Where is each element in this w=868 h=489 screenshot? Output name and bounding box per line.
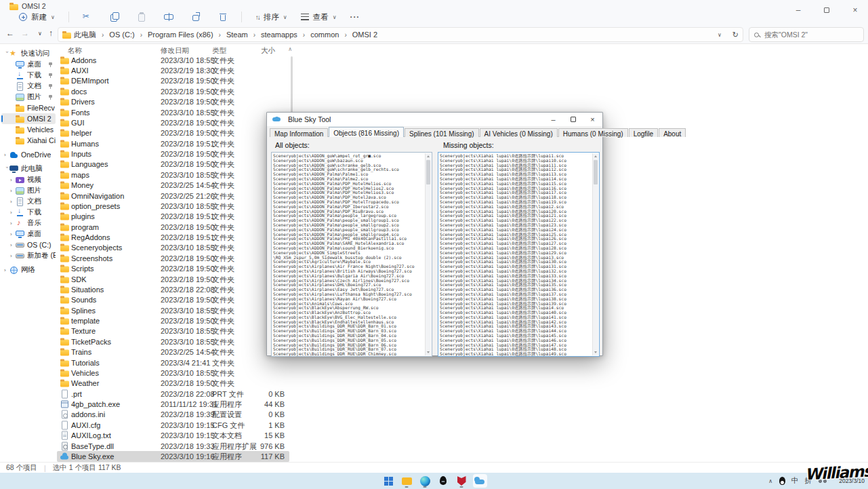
.prt[interactable]: .prt 2023/2/18 22:08 PRT 文件 0 KB: [57, 389, 289, 399]
TicketPacks[interactable]: TicketPacks 2023/3/10 18:55 文件夹: [57, 336, 289, 347]
plugins[interactable]: plugins 2023/2/18 19:51 文件夹: [57, 212, 289, 222]
sidebar-omsi2[interactable]: OMSI 2: [1, 113, 56, 124]
sidebar-videos[interactable]: › 视频: [1, 174, 56, 185]
taskbar-alienware-icon[interactable]: [436, 474, 451, 488]
option_presets[interactable]: option_presets 2023/3/10 18:55 文件夹: [57, 201, 289, 211]
breadcrumb-segment[interactable]: OMSI 2: [352, 31, 377, 39]
tab-ai-vehicles[interactable]: AI Vehicles (0 Missing): [480, 128, 558, 137]
up-button[interactable]: ↑: [45, 28, 57, 38]
Humans[interactable]: Humans 2023/2/18 19:51 文件夹: [57, 138, 289, 149]
Weather[interactable]: Weather 2023/2/18 19:50 文件夹: [57, 378, 289, 389]
tree-chevron-icon[interactable]: ›: [10, 220, 16, 227]
Splines[interactable]: Splines 2023/3/10 18:55 文件夹: [57, 305, 289, 315]
column-header-type[interactable]: 类型: [212, 46, 226, 56]
restore-button[interactable]: [821, 5, 833, 15]
sidebar-music[interactable]: › 音乐: [1, 218, 56, 229]
tab-splines[interactable]: Splines (101 Missing): [405, 128, 479, 137]
close-button[interactable]: ×: [849, 5, 861, 15]
delete-button[interactable]: [218, 12, 228, 22]
breadcrumb-segment[interactable]: steamapps: [261, 31, 297, 39]
Blue Sky.exe[interactable]: Blue Sky.exe 2023/3/10 19:16 应用程序 117 KB: [57, 451, 289, 461]
sort-button[interactable]: ↑↓ 排序 ∨: [255, 12, 287, 22]
tab-logfile[interactable]: Logfile: [629, 128, 658, 137]
column-header-name[interactable]: 名称: [68, 46, 82, 56]
tab-humans[interactable]: Humans (0 Missing): [558, 128, 628, 137]
sidebar-pictures-thispc[interactable]: › 图片: [1, 185, 56, 196]
breadcrumb[interactable]: 此电脑 › OS (C:) › Program Files (x86) › St…: [58, 27, 743, 42]
view-button[interactable]: 查看 ∨: [301, 12, 337, 22]
sidebar-network[interactable]: › 网络: [1, 265, 56, 275]
program[interactable]: program 2023/2/18 19:50 文件夹: [57, 222, 289, 232]
listbox-scrollbar[interactable]: [425, 153, 431, 355]
taskbar-bluesky-icon[interactable]: [473, 474, 487, 488]
listbox-scrollbar[interactable]: [592, 153, 598, 355]
maps[interactable]: maps 2023/3/10 18:55 文件夹: [57, 170, 289, 180]
sidebar-documents[interactable]: 文档: [1, 81, 56, 92]
RegAddons[interactable]: RegAddons 2023/2/18 19:51 文件夹: [57, 232, 289, 242]
DEMImport[interactable]: DEMImport 2023/2/18 19:50 文件夹: [57, 76, 289, 86]
docs[interactable]: docs 2023/2/18 19:50 文件夹: [57, 86, 289, 96]
taskbar-edge-icon[interactable]: [418, 474, 432, 488]
taskbar-explorer-icon[interactable]: [400, 474, 414, 488]
minimize-button[interactable]: –: [792, 5, 804, 15]
cut-button[interactable]: [83, 12, 92, 22]
sidebar-os-c[interactable]: › OS (C:): [1, 239, 56, 250]
tree-chevron-icon[interactable]: ›: [10, 231, 16, 237]
column-header-date[interactable]: 修改日期: [161, 46, 189, 56]
scrollbar-thumb[interactable]: [594, 160, 598, 184]
address-dropdown-icon[interactable]: ∨: [718, 32, 722, 38]
sidebar-onedrive[interactable]: › OneDrive: [1, 149, 56, 160]
Texture[interactable]: Texture 2023/3/10 18:55 文件夹: [57, 326, 289, 336]
tab-map-information[interactable]: Map Information: [270, 128, 328, 137]
forward-button[interactable]: →: [19, 28, 31, 38]
tree-chevron-icon[interactable]: ›: [10, 242, 16, 248]
AUXI[interactable]: AUXI 2023/2/19 18:30 文件夹: [57, 65, 289, 75]
SDK[interactable]: SDK 2023/2/18 19:50 文件夹: [57, 274, 289, 284]
sidebar-downloads[interactable]: 下载: [1, 70, 56, 81]
rename-button[interactable]: [164, 12, 173, 22]
search-input[interactable]: [763, 30, 859, 39]
sidebar-this-pc[interactable]: › 此电脑: [1, 163, 56, 174]
tree-chevron-icon[interactable]: ›: [10, 253, 16, 259]
Sounds[interactable]: Sounds 2023/2/18 19:50 文件夹: [57, 295, 289, 305]
tab-about[interactable]: About: [659, 128, 686, 137]
more-options-button[interactable]: ···: [350, 13, 360, 21]
breadcrumb-segment[interactable]: Program Files (x86): [148, 31, 213, 39]
breadcrumb-segment[interactable]: OS (C:): [109, 31, 134, 39]
start-button[interactable]: [381, 474, 396, 488]
hidden-icons-chevron[interactable]: ∧: [768, 478, 772, 484]
tab-objects[interactable]: Objects (816 Missing): [329, 127, 404, 137]
back-button[interactable]: ←: [4, 28, 16, 38]
sidebar-downloads-thispc[interactable]: › 下载: [1, 207, 56, 218]
new-button[interactable]: 新建 ∨: [19, 12, 55, 22]
sidebar-xiahai-city[interactable]: Xiahai City: [1, 135, 56, 146]
object-path-line[interactable]: Sceneryobjects\Buildings_DDR_RUE\DDR_Chi…: [273, 352, 424, 356]
Trains[interactable]: Trains 2023/2/25 14:54 文件夹: [57, 347, 289, 357]
AUXI.cfg[interactable]: AUXI.cfg 2023/3/10 19:15 CFG 文件 1 KB: [57, 420, 289, 430]
sidebar-filerecv[interactable]: FileRecv: [1, 102, 56, 113]
Sceneryobjects[interactable]: Sceneryobjects 2023/3/10 18:55 文件夹: [57, 243, 289, 253]
dialog-minimize-button[interactable]: –: [543, 113, 563, 126]
sidebar-vehicles[interactable]: Vehicles: [1, 124, 56, 135]
Drivers[interactable]: Drivers 2023/2/18 19:50 文件夹: [57, 97, 289, 107]
breadcrumb-segment[interactable]: Steam: [226, 31, 248, 39]
sidebar-desktop[interactable]: 桌面: [1, 59, 56, 70]
sidebar-pictures[interactable]: 图片: [1, 92, 56, 102]
sidebar-new-volume-e[interactable]: › 新加卷 (E:): [1, 250, 56, 261]
share-button[interactable]: [191, 12, 201, 22]
sidebar-desktop-thispc[interactable]: › 桌面: [1, 229, 56, 239]
scrollbar-thumb[interactable]: [426, 160, 430, 184]
Situations[interactable]: Situations 2023/2/18 22:08 文件夹: [57, 284, 289, 294]
dialog-close-button[interactable]: ×: [583, 113, 602, 126]
taskbar-mcafee-icon[interactable]: [455, 474, 469, 488]
Vehicles[interactable]: Vehicles 2023/3/10 18:55 文件夹: [57, 368, 289, 378]
scroll-up-icon[interactable]: ∧: [288, 46, 292, 52]
helper[interactable]: helper 2023/2/18 19:50 文件夹: [57, 128, 289, 138]
Fonts[interactable]: Fonts 2023/3/10 18:55 文件夹: [57, 107, 289, 117]
dialog-maximize-button[interactable]: [563, 113, 583, 126]
Screenshots[interactable]: Screenshots 2023/2/18 19:50 文件夹: [57, 253, 289, 263]
breadcrumb-segment[interactable]: common: [310, 31, 339, 39]
AUXILog.txt[interactable]: AUXILog.txt 2023/3/10 19:15 文本文档 15 KB: [57, 431, 289, 441]
missing-objects-listbox[interactable]: Sceneryobjects\Xiahai lupai\0道路指示牌\lupai…: [438, 152, 600, 357]
dialog-titlebar[interactable]: Blue Sky Tool – ×: [267, 113, 602, 126]
